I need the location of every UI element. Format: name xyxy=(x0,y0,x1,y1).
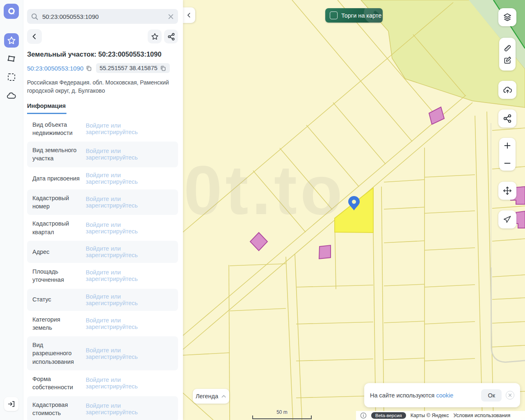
row-label: Площадь уточненная xyxy=(32,267,81,284)
pink-parcel-3[interactable] xyxy=(319,245,331,259)
edit-icon[interactable] xyxy=(503,55,512,65)
cookie-text-static: На сайте используются xyxy=(370,392,434,399)
row-label: Вид объекта недвижимости xyxy=(32,121,81,137)
app-logo-icon[interactable] xyxy=(4,4,19,19)
login-link[interactable]: Войдите или зарегистрируйтесь xyxy=(81,221,173,235)
search-icon xyxy=(31,13,38,20)
layers-icon xyxy=(502,12,512,22)
cookie-ok-button[interactable]: Ок xyxy=(481,389,502,402)
chevron-left-icon xyxy=(186,12,192,18)
star-icon xyxy=(8,37,15,43)
close-icon xyxy=(508,393,512,397)
object-panel: Земельный участок: 50:23:0050553:1090 50… xyxy=(23,0,183,420)
zoom-control xyxy=(499,138,516,171)
scale-label: 50 m xyxy=(252,409,312,415)
ruler-icon[interactable] xyxy=(503,43,512,53)
scale-bar xyxy=(252,415,312,419)
legend-button[interactable]: Легенда xyxy=(193,389,229,404)
share-map-button[interactable] xyxy=(498,110,516,128)
panel-collapse-button[interactable] xyxy=(183,7,195,23)
chevron-left-icon xyxy=(31,33,38,40)
upload-button[interactable] xyxy=(498,81,516,99)
plus-icon xyxy=(504,142,511,149)
trades-checkbox[interactable] xyxy=(330,11,338,19)
minus-icon xyxy=(504,160,511,167)
panel-toolbar xyxy=(27,29,178,44)
measure-edit-group xyxy=(499,38,516,71)
login-link[interactable]: Войдите или зарегистрируйтесь xyxy=(81,269,173,282)
dashed-square-icon xyxy=(8,74,15,80)
row-label: Статус xyxy=(32,295,81,304)
table-row: Категория земельВойдите или зарегистриру… xyxy=(27,311,178,337)
search-input[interactable] xyxy=(41,13,168,21)
object-address: Российская Федерация. обл. Московская, Р… xyxy=(27,78,178,95)
map-scale: 50 m xyxy=(252,409,312,419)
beta-badge: Beta-версия xyxy=(371,412,406,419)
table-row: Вид объекта недвижимостиВойдите или заре… xyxy=(27,116,178,142)
tab-information[interactable]: Информация xyxy=(27,103,66,114)
table-row: Дата присвоенияВойдите или зарегистрируй… xyxy=(27,167,178,189)
row-label: Кадастровая стоимость xyxy=(32,401,81,418)
map-attribution: Beta-версия Карты © Яндекс Условия испол… xyxy=(356,411,525,420)
row-label: Вид земельного участка xyxy=(32,146,81,163)
table-row: Форма собственностиВойдите или зарегистр… xyxy=(27,370,178,396)
login-link[interactable]: Войдите или зарегистрируйтесь xyxy=(81,148,173,161)
cloud-upload-icon xyxy=(502,85,513,95)
cloud-icon xyxy=(7,93,16,98)
move-icon xyxy=(502,186,512,196)
layers-button[interactable] xyxy=(498,8,516,26)
login-link[interactable]: Войдите или зарегистрируйтесь xyxy=(81,377,173,390)
chips-row: 50:23:0050553:1090 55.251557 38.415875 xyxy=(27,63,178,73)
copy-icon[interactable] xyxy=(86,65,92,71)
cloud-tool[interactable] xyxy=(5,90,18,102)
copy-icon[interactable] xyxy=(160,65,166,71)
login-link[interactable]: Войдите или зарегистрируйтесь xyxy=(81,347,173,360)
sign-in-icon xyxy=(8,403,12,406)
coordinates-value: 55.251557 38.415875 xyxy=(100,65,158,71)
login-link[interactable]: Войдите или зарегистрируйтесь xyxy=(81,317,173,330)
row-label: Форма собственности xyxy=(32,375,81,392)
row-label: Дата присвоения xyxy=(32,174,81,183)
legend-label: Легенда xyxy=(196,393,218,399)
cadastral-number-chip[interactable]: 50:23:0050553:1090 xyxy=(27,65,92,72)
table-row: Кадастровый кварталВойдите или зарегистр… xyxy=(27,215,178,241)
clear-search-icon[interactable] xyxy=(168,14,174,20)
table-row: СтатусВойдите или зарегистрируйтесь xyxy=(27,289,178,311)
polygon-select-tool[interactable] xyxy=(5,52,18,65)
trades-on-map-button[interactable]: Торги на карте xyxy=(325,8,383,23)
favorite-button[interactable] xyxy=(148,30,162,43)
chevron-up-icon xyxy=(221,394,226,399)
favorites-rail-button[interactable] xyxy=(4,33,19,48)
cookie-link[interactable]: cookie xyxy=(436,392,453,399)
tab-bar: Информация xyxy=(27,102,178,114)
row-label: Категория земель xyxy=(32,315,81,332)
share-icon xyxy=(167,33,175,41)
login-link[interactable]: Войдите или зарегистрируйтесь xyxy=(81,122,173,135)
info-icon[interactable] xyxy=(360,412,367,419)
zoom-in-button[interactable] xyxy=(499,138,516,153)
cookie-text: На сайте используются cookie xyxy=(370,392,481,399)
zoom-out-button[interactable] xyxy=(499,155,516,171)
table-row: Вид разрешенного использованияВойдите ил… xyxy=(27,336,178,370)
back-button[interactable] xyxy=(27,29,42,44)
cookie-banner: На сайте используются cookie Ок xyxy=(364,383,520,407)
search-bar xyxy=(27,9,178,24)
table-row: Вид земельного участкаВойдите или зареги… xyxy=(27,142,178,167)
cookie-close-button[interactable] xyxy=(506,391,514,399)
table-row: Площадь уточненнаяВойдите или зарегистри… xyxy=(27,263,178,289)
pan-button[interactable] xyxy=(498,182,516,200)
login-link[interactable]: Войдите или зарегистрируйтесь xyxy=(81,293,173,306)
login-link[interactable]: Войдите или зарегистрируйтесь xyxy=(81,196,173,209)
cadastral-number-link[interactable]: 50:23:0050553:1090 xyxy=(27,65,84,72)
share-button[interactable] xyxy=(164,30,178,43)
terms-link[interactable]: Условия использования xyxy=(453,413,510,418)
trades-label: Торги на карте xyxy=(341,12,381,19)
login-link[interactable]: Войдите или зарегистрируйтесь xyxy=(81,245,173,258)
locate-button[interactable] xyxy=(498,210,516,228)
login-link[interactable]: Войдите или зарегистрируйтесь xyxy=(81,402,173,415)
sign-in-button[interactable] xyxy=(4,397,18,411)
table-row: АдресВойдите или зарегистрируйтесь xyxy=(27,241,178,263)
page-title: Земельный участок: 50:23:0050553:1090 xyxy=(27,50,178,58)
area-select-tool[interactable] xyxy=(5,71,18,83)
login-link[interactable]: Войдите или зарегистрируйтесь xyxy=(81,172,173,185)
